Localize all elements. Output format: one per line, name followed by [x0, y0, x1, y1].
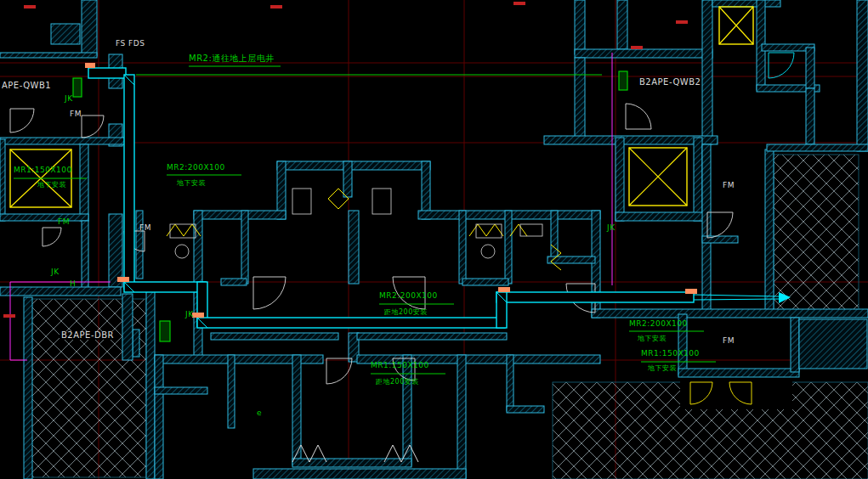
label-fm-3: FM: [139, 224, 151, 232]
junction-mark: [117, 277, 129, 282]
cable-tray: [496, 292, 694, 302]
wall-segment: [228, 355, 235, 428]
wall-segment: [0, 214, 88, 221]
wall-segment: [357, 333, 507, 340]
label-install-bottom: 距地200安装: [376, 379, 419, 386]
red-annotation-mark: [676, 20, 688, 24]
wall-segment: [544, 136, 718, 144]
wall-segment: [765, 149, 774, 314]
label-mr1-bottom: MR1:150X100: [371, 362, 429, 369]
wall-segment: [616, 212, 704, 221]
label-mr1-left: MR1:150X100: [14, 166, 72, 174]
label-jk-1: JK: [65, 95, 73, 103]
cable-tray: [88, 68, 126, 78]
wall-segment: [702, 144, 711, 314]
wall-segment: [575, 49, 712, 58]
wall-segment: [133, 330, 139, 357]
red-annotation-mark: [513, 2, 525, 5]
wall-segment: [24, 297, 32, 479]
wall-segment: [0, 53, 97, 58]
label-install-right: 地下安装: [638, 335, 667, 342]
wall-segment: [253, 469, 466, 479]
junction-mark: [498, 287, 510, 292]
junction-mark: [685, 289, 697, 294]
wall-segment: [507, 406, 544, 413]
label-fm-right-bottom: FM: [723, 337, 735, 345]
wall-segment: [349, 211, 359, 284]
label-install-right2: 地下安装: [648, 365, 677, 372]
label-install-left2: 地下安装: [177, 180, 206, 187]
wall-segment: [241, 211, 248, 284]
label-h: H: [70, 280, 76, 288]
wall-segment: [806, 88, 814, 144]
wall-segment: [767, 144, 868, 151]
floorplan-canvas: [0, 0, 868, 479]
wall-segment: [547, 256, 595, 263]
wall-segment: [277, 161, 430, 170]
wall-segment: [0, 139, 5, 221]
red-annotation-mark: [270, 5, 282, 8]
wall-segment: [678, 369, 799, 377]
wall-segment: [155, 355, 163, 479]
label-e: e: [257, 409, 262, 417]
wall-segment: [457, 355, 466, 479]
label-jk-2: JK: [51, 268, 60, 276]
wall-segment: [155, 387, 207, 394]
void-hatch-region: [774, 155, 859, 311]
label-fm-2: FM: [58, 218, 70, 226]
label-mr2-center: MR2:200X100: [379, 292, 438, 300]
label-fm-right-top: FM: [723, 182, 735, 189]
wall-segment: [194, 211, 286, 219]
wall-segment: [575, 0, 585, 54]
wall-segment: [616, 138, 624, 221]
wall-segment: [507, 355, 513, 411]
label-jk-4: JK: [607, 224, 616, 232]
wall-segment: [505, 211, 512, 284]
wall-segment: [146, 290, 155, 479]
cable-tray: [197, 318, 505, 328]
label-panel-dbr: B2APE-DBR: [60, 331, 116, 340]
cad-floorplan-viewport[interactable]: FS FDS MR2:通往地上层电井 APE-QWB1 JK FM B2APE-…: [0, 0, 868, 479]
wall-segment: [82, 0, 97, 56]
wall-segment: [82, 221, 88, 289]
label-jk-3: JK: [185, 311, 194, 318]
device-box: [160, 321, 170, 341]
red-annotation-mark: [3, 314, 15, 318]
wall-segment: [51, 24, 80, 44]
wall-segment: [551, 211, 558, 262]
cable-tray: [124, 282, 206, 292]
wall-segment: [0, 287, 121, 296]
label-panel-qwb1: APE-QWB1: [2, 82, 51, 90]
wall-segment: [221, 279, 247, 285]
floor-patch: [680, 379, 792, 409]
wall-segment: [459, 211, 466, 284]
wall-segment: [702, 0, 712, 144]
red-annotation-mark: [631, 46, 643, 49]
wall-segment: [109, 214, 122, 287]
wall-segment: [617, 0, 627, 49]
cable-tray: [124, 75, 134, 289]
wall-segment: [806, 48, 814, 88]
label-mr1-right: MR1:150X100: [641, 350, 700, 358]
label-mr2-right: MR2:200X100: [629, 320, 688, 328]
device-box: [619, 71, 627, 90]
label-install-left: 地下安装: [37, 182, 66, 189]
wall-segment: [694, 138, 702, 221]
wall-segment: [0, 138, 126, 144]
wall-segment: [791, 318, 799, 372]
wall-segment: [799, 319, 867, 369]
wall-segment: [712, 0, 780, 7]
device-box: [73, 78, 82, 97]
label-fm-1: FM: [70, 110, 82, 118]
wall-segment: [211, 333, 338, 340]
label-panel-qwb2: B2APE-QWB2: [639, 78, 701, 87]
wall-segment: [403, 355, 411, 465]
wall-segment: [80, 144, 88, 221]
wall-segment: [592, 309, 868, 318]
junction-mark: [192, 313, 204, 318]
label-mr2-riser: MR2:通往地上层电井: [189, 54, 275, 63]
red-annotation-mark: [24, 5, 36, 8]
wall-segment: [857, 0, 868, 151]
wall-segment: [575, 58, 585, 139]
wall-segment: [122, 294, 133, 360]
